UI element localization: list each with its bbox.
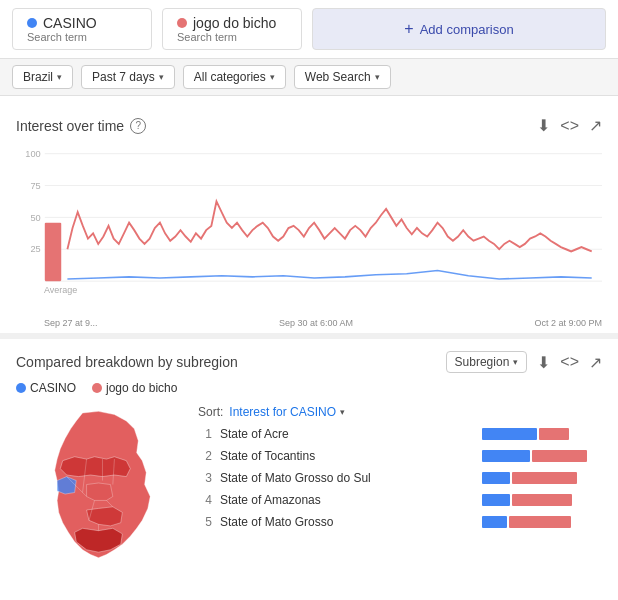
x-label-1: Sep 27 at 9... [44,318,98,328]
section-actions: ⬇ <> ↗ [537,116,602,135]
subregion-label: Subregion [455,355,510,369]
rank-num-2: 2 [198,449,212,463]
rank-name-5: State of Mato Grosso [220,515,474,529]
chart-container: 100 75 50 25 Sep 27 at 9... Sep 30 at 6:… [16,143,602,313]
legend-casino-dot [16,383,26,393]
brazil-map-svg [16,405,181,580]
legend-casino-label: CASINO [30,381,76,395]
subregion-chevron-icon: ▾ [513,357,518,367]
jogo-bar-1 [539,428,569,440]
brazil-map [16,405,186,583]
legend-jogo: jogo do bicho [92,381,177,395]
rank-item-3: 3 State of Mato Grosso do Sul [198,471,602,485]
searchtype-chevron-icon: ▾ [375,72,380,82]
breakdown-download-icon[interactable]: ⬇ [537,353,550,372]
svg-text:100: 100 [25,148,40,159]
rank-num-5: 5 [198,515,212,529]
breakdown-share-icon[interactable]: ↗ [589,353,602,372]
rank-num-1: 1 [198,427,212,441]
search-term-casino[interactable]: CASINO Search term [12,8,152,50]
x-label-2: Sep 30 at 6:00 AM [279,318,353,328]
breakdown-section: Compared breakdown by subregion Subregio… [0,333,618,595]
rank-item-1: 1 State of Acre [198,427,602,441]
country-filter[interactable]: Brazil ▾ [12,65,73,89]
legend-jogo-dot [92,383,102,393]
rank-bars-2 [482,450,602,462]
time-chevron-icon: ▾ [159,72,164,82]
breakdown-embed-icon[interactable]: <> [560,353,579,371]
rankings: Sort: Interest for CASINO ▾ 1 State of A… [198,405,602,583]
rank-bars-1 [482,428,602,440]
subregion-button[interactable]: Subregion ▾ [446,351,528,373]
section-title: Interest over time ? [16,118,146,134]
searchtype-filter[interactable]: Web Search ▾ [294,65,391,89]
share-icon[interactable]: ↗ [589,116,602,135]
casino-bar-2 [482,450,530,462]
rank-item-4: 4 State of Amazonas [198,493,602,507]
jogo-dot [177,18,187,28]
svg-text:75: 75 [30,180,40,191]
chart-svg: 100 75 50 25 [16,143,602,313]
searchtype-label: Web Search [305,70,371,84]
time-filter[interactable]: Past 7 days ▾ [81,65,175,89]
jogo-term-name: jogo do bicho [193,15,276,31]
legend-casino: CASINO [16,381,76,395]
breakdown-header: Compared breakdown by subregion Subregio… [16,351,602,373]
section-header: Interest over time ? ⬇ <> ↗ [16,116,602,135]
interest-over-time-section: Interest over time ? ⬇ <> ↗ 100 75 50 25 [0,104,618,325]
interest-title: Interest over time [16,118,124,134]
jogo-term-type: Search term [177,31,287,43]
embed-icon[interactable]: <> [560,117,579,135]
x-label-3: Oct 2 at 9:00 PM [534,318,602,328]
country-chevron-icon: ▾ [57,72,62,82]
casino-term-type: Search term [27,31,137,43]
rank-bars-5 [482,516,602,528]
jogo-bar-3 [512,472,577,484]
legend-row: CASINO jogo do bicho [16,381,602,395]
casino-bar-5 [482,516,507,528]
jogo-bar-2 [532,450,587,462]
category-filter[interactable]: All categories ▾ [183,65,286,89]
sort-chevron-icon: ▾ [340,407,345,417]
add-comparison-button[interactable]: + Add comparison [312,8,606,50]
casino-bar-3 [482,472,510,484]
jogo-bar-5 [509,516,571,528]
rank-num-4: 4 [198,493,212,507]
svg-text:50: 50 [30,211,40,222]
country-label: Brazil [23,70,53,84]
search-terms-bar: CASINO Search term jogo do bicho Search … [0,0,618,58]
breakdown-controls: Subregion ▾ ⬇ <> ↗ [446,351,602,373]
breakdown-title: Compared breakdown by subregion [16,354,238,370]
rank-name-1: State of Acre [220,427,474,441]
download-icon[interactable]: ⬇ [537,116,550,135]
rank-item-5: 5 State of Mato Grosso [198,515,602,529]
avg-label: Average [44,285,77,295]
sort-dropdown[interactable]: Interest for CASINO ▾ [229,405,345,419]
time-label: Past 7 days [92,70,155,84]
sort-row: Sort: Interest for CASINO ▾ [198,405,602,419]
sort-value: Interest for CASINO [229,405,336,419]
category-chevron-icon: ▾ [270,72,275,82]
plus-icon: + [404,20,413,38]
rank-bars-4 [482,494,602,506]
casino-dot [27,18,37,28]
filters-bar: Brazil ▾ Past 7 days ▾ All categories ▾ … [0,58,618,96]
rank-item-2: 2 State of Tocantins [198,449,602,463]
casino-bar-1 [482,428,537,440]
casino-term-name: CASINO [43,15,97,31]
add-comparison-label: Add comparison [420,22,514,37]
help-icon[interactable]: ? [130,118,146,134]
chart-x-labels: Sep 27 at 9... Sep 30 at 6:00 AM Oct 2 a… [16,316,602,328]
rank-name-2: State of Tocantins [220,449,474,463]
rank-bars-3 [482,472,602,484]
rank-num-3: 3 [198,471,212,485]
rank-name-4: State of Amazonas [220,493,474,507]
jogo-bar-4 [512,494,572,506]
rank-name-3: State of Mato Grosso do Sul [220,471,474,485]
sort-label: Sort: [198,405,223,419]
breakdown-body: Sort: Interest for CASINO ▾ 1 State of A… [16,405,602,583]
category-label: All categories [194,70,266,84]
search-term-jogo[interactable]: jogo do bicho Search term [162,8,302,50]
svg-text:25: 25 [30,243,40,254]
casino-bar-4 [482,494,510,506]
